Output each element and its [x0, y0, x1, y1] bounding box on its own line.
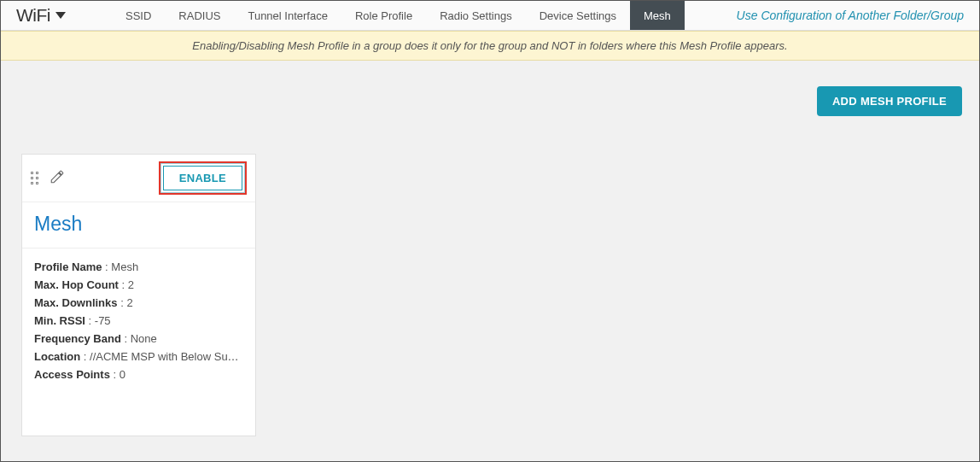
card-title-row: Mesh [22, 202, 255, 249]
card-title: Mesh [34, 213, 243, 236]
prop-access-points: Access Points : 0 [34, 368, 243, 381]
enable-highlight: ENABLE [159, 161, 247, 195]
prop-max-hop-count: Max. Hop Count : 2 [34, 278, 243, 291]
tab-role-profile[interactable]: Role Profile [341, 1, 426, 30]
card-header: ENABLE [22, 155, 255, 202]
wifi-dropdown[interactable]: WiFi [1, 1, 78, 30]
tab-radio-settings[interactable]: Radio Settings [426, 1, 526, 30]
prop-profile-name: Profile Name : Mesh [34, 260, 243, 273]
tab-tunnel-interface[interactable]: Tunnel Interface [234, 1, 341, 30]
prop-min-rssi: Min. RSSI : -75 [34, 314, 243, 327]
top-nav-bar: WiFi SSID RADIUS Tunnel Interface Role P… [1, 1, 979, 31]
mesh-profile-card: ENABLE Mesh Profile Name : Mesh Max. Hop… [21, 154, 256, 436]
tab-mesh[interactable]: Mesh [630, 1, 685, 30]
prop-frequency-band: Frequency Band : None [34, 332, 243, 345]
tab-device-settings[interactable]: Device Settings [526, 1, 630, 30]
card-body: Profile Name : Mesh Max. Hop Count : 2 M… [22, 249, 255, 436]
drag-handle-icon[interactable] [31, 172, 39, 185]
brand-label: WiFi [16, 5, 50, 26]
tab-radius[interactable]: RADIUS [165, 1, 234, 30]
enable-button[interactable]: ENABLE [163, 166, 242, 190]
tab-ssid[interactable]: SSID [112, 1, 165, 30]
tab-strip: SSID RADIUS Tunnel Interface Role Profil… [112, 1, 685, 30]
prop-location: Location : //ACME MSP with Below Subs... [34, 350, 243, 363]
caret-down-icon [55, 12, 66, 19]
edit-icon[interactable] [50, 169, 65, 188]
info-banner: Enabling/Disabling Mesh Profile in a gro… [1, 31, 979, 61]
action-row: ADD MESH PROFILE [1, 61, 979, 126]
add-mesh-profile-button[interactable]: ADD MESH PROFILE [817, 86, 962, 116]
prop-max-downlinks: Max. Downlinks : 2 [34, 296, 243, 309]
use-config-link[interactable]: Use Configuration of Another Folder/Grou… [721, 1, 979, 30]
